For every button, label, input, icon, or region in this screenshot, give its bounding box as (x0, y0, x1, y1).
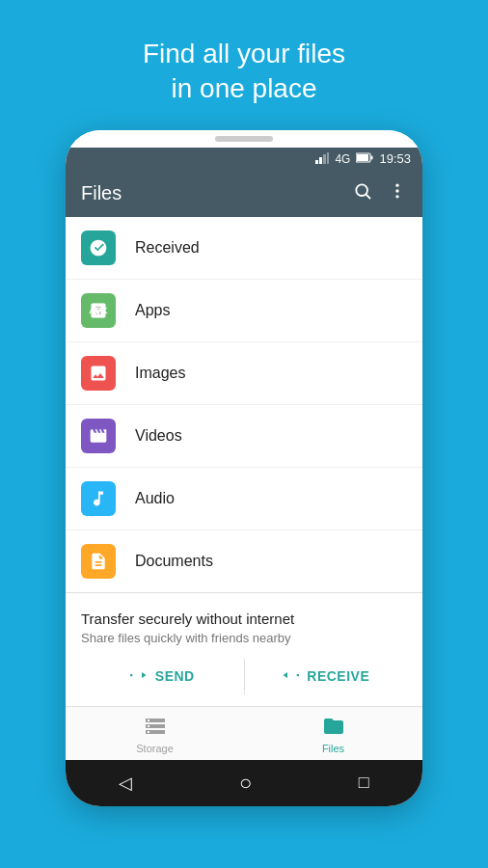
hero-text: Find all your files in one place (143, 37, 345, 107)
nav-item-files[interactable]: Files (244, 707, 422, 760)
battery-icon (356, 152, 373, 166)
app-bar-title: Files (81, 182, 122, 204)
svg-text:APK: APK (89, 306, 108, 315)
svg-marker-1 (319, 157, 322, 164)
images-icon (81, 356, 116, 391)
send-icon (130, 668, 148, 685)
transfer-subtitle: Share files quickly with friends nearby (81, 631, 407, 645)
audio-icon (81, 481, 116, 516)
signal-icon (315, 152, 329, 166)
list-item-audio[interactable]: Audio (66, 468, 422, 530)
app-bar-actions (353, 181, 407, 205)
svg-marker-17 (284, 672, 298, 678)
transfer-title: Transfer securely without internet (81, 610, 407, 627)
transfer-section: Transfer securely without internet Share… (66, 592, 422, 706)
received-icon (81, 231, 116, 265)
svg-marker-0 (315, 160, 318, 164)
svg-line-8 (366, 195, 370, 199)
hero-line2: in one place (171, 73, 316, 103)
list-item-documents[interactable]: Documents (66, 530, 422, 592)
documents-label: Documents (135, 553, 213, 570)
storage-nav-icon (144, 715, 167, 740)
back-button[interactable]: ◁ (119, 773, 132, 794)
time-display: 19:53 (379, 151, 411, 166)
storage-nav-label: Storage (136, 743, 174, 754)
svg-marker-15 (131, 672, 146, 678)
phone-frame: 4G 19:53 Files Received APK (66, 130, 422, 806)
svg-point-9 (395, 184, 398, 187)
svg-marker-3 (327, 152, 329, 164)
recents-button[interactable]: □ (359, 773, 369, 793)
received-label: Received (135, 239, 200, 257)
files-nav-label: Files (322, 743, 344, 754)
receive-label: RECEIVE (307, 668, 369, 684)
svg-rect-6 (371, 155, 373, 159)
transfer-buttons: SEND RECEIVE (81, 659, 407, 694)
receive-button[interactable]: RECEIVE (245, 659, 408, 694)
apps-label: Apps (135, 302, 170, 319)
nav-item-storage[interactable]: Storage (66, 707, 244, 760)
documents-icon (81, 544, 116, 579)
files-nav-icon (322, 715, 345, 740)
phone-speaker (215, 136, 273, 142)
videos-icon (81, 419, 116, 453)
list-item-images[interactable]: Images (66, 342, 422, 405)
svg-rect-18 (297, 674, 299, 676)
send-label: SEND (155, 668, 195, 684)
hero-line1: Find all your files (143, 39, 345, 68)
apps-icon: APK (81, 293, 116, 328)
status-bar: 4G 19:53 (66, 148, 422, 171)
list-item-apps[interactable]: APK Apps (66, 280, 422, 342)
bottom-nav: Storage Files (66, 706, 422, 760)
images-label: Images (135, 365, 185, 382)
list-item-videos[interactable]: Videos (66, 405, 422, 468)
network-label: 4G (335, 152, 350, 166)
home-bar: ◁ ○ □ (66, 760, 422, 806)
svg-point-11 (395, 195, 398, 198)
phone-top-bar (66, 130, 422, 148)
videos-label: Videos (135, 427, 182, 445)
app-bar: Files (66, 171, 422, 217)
svg-marker-2 (323, 154, 326, 164)
audio-label: Audio (135, 490, 175, 507)
svg-rect-16 (130, 674, 132, 676)
receive-icon (282, 668, 299, 685)
send-button[interactable]: SEND (81, 659, 245, 694)
list-item-received[interactable]: Received (66, 217, 422, 280)
svg-rect-5 (357, 154, 368, 161)
svg-point-10 (395, 190, 398, 193)
search-icon[interactable] (353, 181, 372, 205)
home-button[interactable]: ○ (239, 771, 252, 796)
more-options-icon[interactable] (388, 181, 407, 205)
file-category-list: Received APK Apps Images Videos (66, 217, 422, 592)
